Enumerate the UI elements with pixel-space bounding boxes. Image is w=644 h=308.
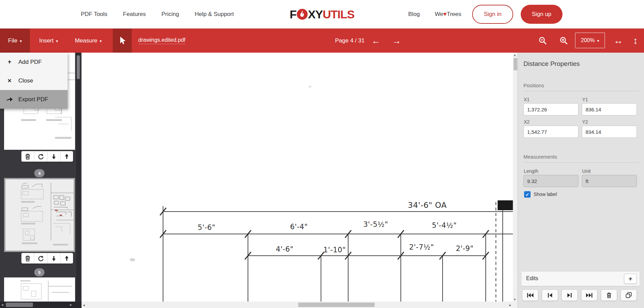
zoom-out-button[interactable] xyxy=(538,29,547,53)
arrow-left-icon: ← xyxy=(372,36,380,45)
edits-heading: Edits xyxy=(526,275,538,282)
thumbnail-page-4[interactable] xyxy=(4,178,75,252)
sign-in-button[interactable]: Sign in xyxy=(472,5,513,24)
fit-width-icon: ↔ xyxy=(613,36,623,46)
pdf-page-canvas[interactable]: 34'-6" OA 5'-6" 6'-4" 3'-5½" 5'-4½" 4'-6… xyxy=(82,53,513,302)
sidebar-horizontal-scrollbar[interactable]: ◂ ▸ xyxy=(0,302,82,308)
go-previous-edit-button[interactable] xyxy=(542,289,558,301)
plus-icon: + xyxy=(628,275,632,283)
scroll-down-icon[interactable]: ▾ xyxy=(514,297,516,301)
scroll-right-icon[interactable]: ▸ xyxy=(509,303,511,307)
nav-pdf-tools[interactable]: PDF Tools xyxy=(81,11,107,18)
move-page-down-button[interactable] xyxy=(48,151,60,162)
plus-icon: + xyxy=(6,58,13,66)
go-last-edit-button[interactable] xyxy=(581,289,597,301)
sidebar-horizontal-scrollbar-thumb[interactable] xyxy=(6,303,33,307)
x1-label: X1 xyxy=(524,97,530,102)
export-icon xyxy=(6,97,13,102)
rotate-page-button[interactable] xyxy=(34,151,47,162)
zoom-out-icon xyxy=(538,36,547,45)
add-edit-button[interactable]: + xyxy=(624,274,637,284)
zoom-in-button[interactable] xyxy=(559,29,568,53)
fit-height-button[interactable]: ↕ xyxy=(633,29,638,53)
y2-label: Y2 xyxy=(582,119,588,125)
menu-item-close[interactable]: ✕ Close xyxy=(0,71,68,90)
filename-field[interactable]: drawings.edited.pdf xyxy=(138,29,199,53)
nav-features[interactable]: Features xyxy=(123,11,146,18)
dim-label: 2'-9" xyxy=(456,244,473,253)
dim-label: 6'-4" xyxy=(290,223,308,231)
trash-icon xyxy=(25,153,31,160)
duplicate-edit-button[interactable] xyxy=(621,289,637,301)
move-page-up-button[interactable] xyxy=(60,253,73,264)
filename-text: drawings.edited.pdf xyxy=(138,37,185,44)
thumbnail-page-5[interactable] xyxy=(4,277,75,302)
sidebar-vertical-scrollbar-thumb[interactable] xyxy=(77,55,80,79)
scroll-right-icon[interactable]: ▸ xyxy=(70,302,72,308)
canvas-vertical-scrollbar-thumb[interactable] xyxy=(514,58,517,70)
divider xyxy=(523,91,639,91)
editor-toolbar: File ▾ Insert ▾ Measure ▾ drawings.edite… xyxy=(0,29,644,53)
zoom-level-dropdown[interactable]: 200% ▾ xyxy=(575,33,605,48)
scroll-left-icon[interactable]: ◂ xyxy=(83,303,85,307)
sidebar-vertical-scrollbar[interactable] xyxy=(76,53,80,302)
move-page-down-button[interactable] xyxy=(48,253,60,264)
logo-text-xy: XY xyxy=(308,8,323,21)
go-next-edit-button[interactable] xyxy=(561,289,578,301)
y1-input[interactable] xyxy=(582,103,637,115)
nav-right-group: Blog We♥Trees Sign in Sign up xyxy=(408,0,562,29)
dim-label: 2'-7½" xyxy=(409,243,434,251)
dim-label: 3'-5½" xyxy=(363,220,388,229)
unit-label: Unit xyxy=(582,168,591,174)
logo-flame-icon xyxy=(297,9,308,20)
thumbnail-3-actions xyxy=(21,151,73,162)
canvas-vertical-scrollbar[interactable]: ▴ ▾ xyxy=(513,53,518,308)
rotate-page-button[interactable] xyxy=(34,253,47,264)
copy-icon xyxy=(626,292,632,298)
scroll-up-icon[interactable]: ▴ xyxy=(514,53,516,57)
nav-we-trees[interactable]: We♥Trees xyxy=(435,11,461,18)
trash-icon xyxy=(25,255,31,261)
nav-blog[interactable]: Blog xyxy=(408,11,420,18)
arrow-right-icon: → xyxy=(392,36,401,45)
check-icon: ✓ xyxy=(525,192,530,197)
arrow-up-icon xyxy=(64,255,70,261)
canvas-horizontal-scrollbar[interactable]: ◂ ▸ xyxy=(82,302,513,308)
go-first-edit-button[interactable] xyxy=(522,289,538,301)
previous-page-button[interactable]: ← xyxy=(372,29,380,53)
logo-text-f: F xyxy=(290,8,297,21)
select-tool-button[interactable] xyxy=(113,29,132,53)
foxyutils-logo[interactable]: F XY UTILS xyxy=(290,0,354,29)
sign-up-button[interactable]: Sign up xyxy=(521,5,562,24)
thumbnail-4-actions xyxy=(21,253,73,264)
zoom-in-icon xyxy=(559,36,568,45)
dim-label: 5'-6" xyxy=(198,223,215,232)
nav-help-support[interactable]: Help & Support xyxy=(195,11,234,18)
x2-input[interactable] xyxy=(523,126,578,138)
positions-heading: Positions xyxy=(523,83,544,88)
menu-item-add-pdf[interactable]: + Add PDF xyxy=(0,53,68,71)
canvas-horizontal-scrollbar-thumb[interactable] xyxy=(298,303,375,307)
rotate-icon xyxy=(38,153,44,160)
menu-item-export-pdf[interactable]: Export PDF xyxy=(0,90,68,109)
move-page-up-button[interactable] xyxy=(60,151,73,162)
measure-menu-button[interactable]: Measure ▾ xyxy=(70,29,107,53)
delete-page-button[interactable] xyxy=(21,253,34,264)
chevron-down-icon: ▾ xyxy=(597,38,599,43)
fit-width-button[interactable]: ↔ xyxy=(613,29,623,53)
delete-page-button[interactable] xyxy=(21,151,34,162)
delete-edit-button[interactable] xyxy=(601,289,617,301)
close-label: Close xyxy=(18,77,33,84)
file-menu-button[interactable]: File ▾ xyxy=(0,29,30,53)
x1-input[interactable] xyxy=(523,103,578,115)
scroll-left-icon[interactable]: ◂ xyxy=(1,302,3,308)
show-label-checkbox[interactable]: ✓ xyxy=(524,191,531,198)
next-page-button[interactable]: → xyxy=(392,29,401,53)
x2-label: X2 xyxy=(524,119,530,125)
fit-height-icon: ↕ xyxy=(633,36,638,46)
nav-pricing[interactable]: Pricing xyxy=(161,11,179,18)
close-icon: ✕ xyxy=(6,78,13,84)
distance-properties-panel: Distance Properties Positions X1 Y1 X2 Y… xyxy=(518,53,644,308)
y2-input[interactable] xyxy=(582,126,637,138)
insert-menu-button[interactable]: Insert ▾ xyxy=(33,29,65,53)
